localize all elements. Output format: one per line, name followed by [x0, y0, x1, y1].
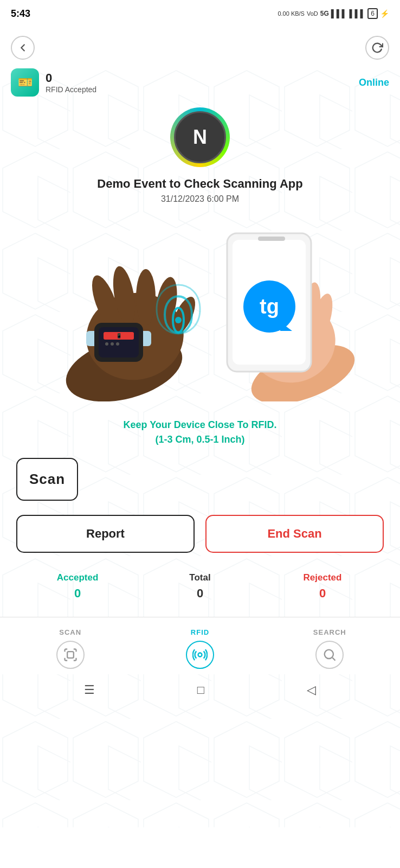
stat-accepted: Accepted 0 — [16, 572, 139, 601]
instruction-line1: Keep Your Device Close To RFID. — [16, 418, 384, 432]
svg-text:tg: tg — [260, 295, 279, 318]
nav-item-rfid[interactable]: RFID — [135, 628, 264, 669]
svg-point-16 — [111, 342, 114, 346]
accepted-label: Accepted — [16, 572, 139, 583]
status-icons: 0.00 KB/S VoD 5G ▌▌▌ ▌▌▌ 6 ⚡ — [278, 8, 389, 19]
nav-icon-rfid — [186, 641, 214, 669]
svg-rect-27 — [258, 237, 285, 241]
total-value: 0 — [139, 586, 261, 601]
stat-rejected: Rejected 0 — [261, 572, 384, 601]
avatar: N — [174, 111, 226, 163]
svg-rect-12 — [99, 327, 139, 358]
svg-point-15 — [105, 342, 108, 346]
rfid-count: 0 — [46, 71, 96, 85]
network-speed: 0.00 KB/S — [278, 10, 305, 17]
accepted-value: 0 — [16, 586, 139, 601]
instruction-line2: (1-3 Cm, 0.5-1 Inch) — [16, 432, 384, 447]
event-info: Demo Event to Check Scanning App 31/12/2… — [0, 171, 400, 206]
svg-text:📱: 📱 — [116, 333, 122, 339]
app-container: 🎫 0 RFID Accepted Online N Demo Event to… — [0, 27, 400, 868]
svg-rect-31 — [67, 652, 74, 658]
rfid-text-block: 0 RFID Accepted — [46, 71, 96, 94]
nav-label-search: SEARCH — [313, 628, 346, 636]
bottom-nav: SCAN RFID — [0, 617, 400, 674]
svg-point-32 — [198, 653, 202, 657]
avatar-ring: N — [170, 107, 230, 167]
network-type: VoD — [307, 10, 318, 17]
refresh-button[interactable] — [365, 36, 389, 60]
status-bar: 5:43 0.00 KB/S VoD 5G ▌▌▌ ▌▌▌ 6 ⚡ — [0, 0, 400, 27]
event-title: Demo Event to Check Scanning App — [16, 177, 384, 191]
back-button[interactable] — [11, 36, 35, 60]
rejected-label: Rejected — [261, 572, 384, 583]
stat-total: Total 0 — [139, 572, 261, 601]
signal-bars-2: ▌▌▌ — [350, 9, 366, 18]
report-button[interactable]: Report — [16, 515, 195, 553]
battery-icon: 6 — [367, 8, 378, 19]
stats-row: Accepted 0 Total 0 Rejected 0 — [0, 561, 400, 617]
scan-button[interactable]: Scan — [16, 458, 78, 501]
nav-item-scan[interactable]: SCAN — [5, 628, 135, 669]
signal-5g: 5G — [320, 10, 329, 17]
nav-item-search[interactable]: SEARCH — [265, 628, 395, 669]
svg-point-17 — [116, 342, 119, 346]
action-row: Report End Scan — [0, 506, 400, 561]
rfid-badge: 🎫 0 RFID Accepted — [11, 68, 96, 97]
nav-label-rfid: RFID — [191, 628, 209, 636]
total-label: Total — [139, 572, 261, 583]
svg-point-33 — [325, 650, 333, 659]
signal-bars-1: ▌▌▌ — [331, 9, 347, 18]
top-nav — [0, 27, 400, 68]
online-status: Online — [359, 77, 389, 88]
charging-icon: ⚡ — [380, 9, 389, 18]
end-scan-button[interactable]: End Scan — [205, 515, 384, 553]
nav-icon-scan — [56, 641, 85, 669]
instruction-text: Keep Your Device Close To RFID. (1-3 Cm,… — [0, 412, 400, 452]
nav-label-scan: SCAN — [59, 628, 81, 636]
svg-point-7 — [136, 269, 156, 326]
rfid-icon: 🎫 — [11, 68, 39, 97]
illustration: 📱 — [0, 212, 400, 407]
nav-icon-search — [315, 641, 344, 669]
avatar-section: N — [0, 107, 400, 167]
event-date: 31/12/2023 6:00 PM — [16, 194, 384, 204]
status-time: 5:43 — [11, 8, 30, 20]
rejected-value: 0 — [261, 586, 384, 601]
rfid-label: RFID Accepted — [46, 85, 96, 94]
header-info: 🎫 0 RFID Accepted Online — [0, 68, 400, 102]
svg-point-18 — [175, 317, 182, 323]
